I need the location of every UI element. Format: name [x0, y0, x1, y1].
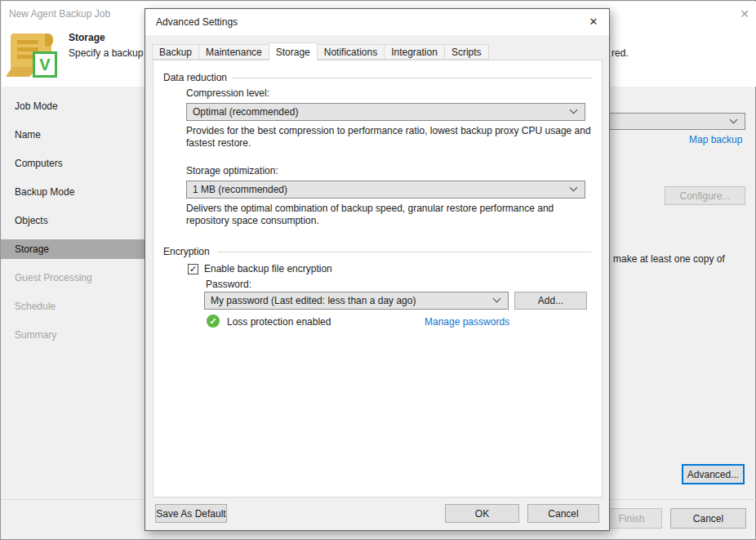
group-rule: [232, 78, 592, 78]
map-backup-link[interactable]: Map backup: [689, 134, 742, 145]
loss-protection-status: Loss protection enabled: [227, 316, 331, 328]
window-title: New Agent Backup Job: [9, 8, 110, 20]
storage-optimization-description: Delivers the optimal combination of back…: [186, 203, 598, 227]
tab-storage[interactable]: Storage: [269, 42, 318, 60]
step-subtitle-fragment-right: red.: [611, 47, 629, 59]
close-icon[interactable]: ✕: [736, 5, 754, 23]
wizard-cancel-button[interactable]: Cancel: [670, 508, 746, 529]
enable-encryption-label[interactable]: Enable backup file encryption: [204, 263, 332, 274]
tab-scripts[interactable]: Scripts: [444, 44, 489, 60]
tab-maintenance[interactable]: Maintenance: [198, 44, 269, 60]
password-label: Password:: [206, 279, 251, 290]
tab-integration[interactable]: Integration: [384, 44, 445, 60]
dialog-cancel-button[interactable]: Cancel: [527, 504, 599, 523]
tab-backup[interactable]: Backup: [152, 44, 199, 60]
data-reduction-group-label: Data reduction: [163, 72, 227, 83]
dialog-title: Advanced Settings: [156, 16, 238, 28]
password-select[interactable]: My password (Last edited: less than a da…: [204, 292, 509, 310]
sidebar-item-name[interactable]: Name: [1, 125, 145, 145]
chevron-down-icon: [571, 185, 577, 191]
sidebar-item-backup-mode[interactable]: Backup Mode: [1, 182, 145, 202]
sidebar-item-guest-processing: Guest Processing: [1, 268, 145, 288]
group-rule: [217, 252, 592, 252]
advanced-button[interactable]: Advanced...: [682, 464, 745, 484]
enable-encryption-checkbox[interactable]: ✓: [188, 264, 198, 274]
step-subtitle-fragment-left: Specify a backup r: [69, 47, 149, 59]
manage-passwords-link[interactable]: Manage passwords: [425, 316, 509, 328]
chevron-down-icon: [571, 107, 577, 114]
sidebar-item-objects[interactable]: Objects: [1, 211, 145, 230]
sidebar-item-computers[interactable]: Computers: [1, 154, 145, 173]
storage-optimization-select[interactable]: 1 MB (recommended): [186, 181, 585, 199]
compression-level-value: Optimal (recommended): [193, 106, 298, 118]
sidebar-item-job-mode[interactable]: Job Mode: [1, 96, 145, 116]
sidebar-item-storage[interactable]: Storage: [1, 239, 145, 259]
storage-tab-panel: Data reduction Compression level: Optima…: [153, 60, 603, 498]
compression-level-label: Compression level:: [186, 87, 269, 99]
dialog-close-icon[interactable]: ✕: [585, 13, 603, 31]
veeam-scroll-icon: V: [9, 33, 60, 82]
veeam-v-badge: V: [33, 51, 57, 78]
loss-protection-check-icon: ✓: [207, 315, 220, 328]
configure-button: Configure...: [665, 186, 745, 205]
storage-optimization-label: Storage optimization:: [186, 165, 278, 176]
ok-button[interactable]: OK: [445, 504, 519, 523]
password-value: My password (Last edited: less than a da…: [211, 295, 416, 306]
encryption-group-label: Encryption: [163, 246, 210, 257]
storage-optimization-value: 1 MB (recommended): [193, 184, 287, 195]
copy-hint-fragment: make at least one copy of: [613, 253, 725, 265]
compression-level-select[interactable]: Optimal (recommended): [186, 103, 585, 121]
dialog-tab-strip: Backup Maintenance Storage Notifications…: [152, 42, 488, 60]
finish-button: Finish: [601, 508, 662, 529]
advanced-settings-dialog: Advanced Settings ✕ Backup Maintenance S…: [145, 8, 610, 531]
chevron-down-icon: [731, 117, 737, 123]
sidebar-item-summary: Summary: [1, 325, 145, 345]
tab-notifications[interactable]: Notifications: [317, 44, 385, 60]
chevron-down-icon: [494, 296, 500, 302]
save-as-default-button[interactable]: Save As Default: [155, 504, 227, 523]
add-password-button[interactable]: Add...: [514, 292, 587, 310]
compression-level-description: Provides for the best compression to per…: [186, 125, 598, 150]
sidebar-item-schedule: Schedule: [1, 297, 145, 316]
step-title: Storage: [69, 32, 105, 43]
